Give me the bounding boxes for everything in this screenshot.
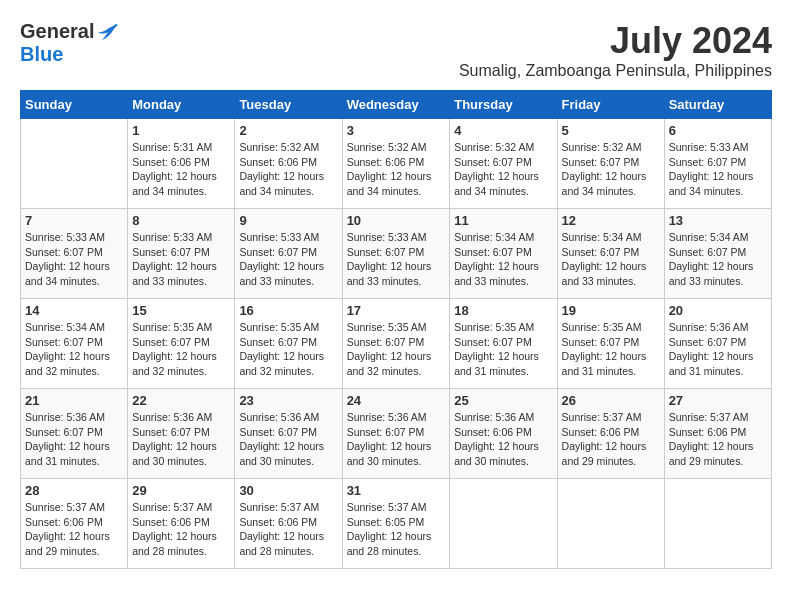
calendar-cell — [664, 479, 771, 569]
calendar-cell: 8Sunrise: 5:33 AM Sunset: 6:07 PM Daylig… — [128, 209, 235, 299]
day-info: Sunrise: 5:37 AM Sunset: 6:06 PM Dayligh… — [132, 500, 230, 559]
calendar-cell: 18Sunrise: 5:35 AM Sunset: 6:07 PM Dayli… — [450, 299, 557, 389]
day-info: Sunrise: 5:34 AM Sunset: 6:07 PM Dayligh… — [669, 230, 767, 289]
day-number: 24 — [347, 393, 446, 408]
week-row-5: 28Sunrise: 5:37 AM Sunset: 6:06 PM Dayli… — [21, 479, 772, 569]
logo: General Blue — [20, 20, 120, 66]
day-number: 22 — [132, 393, 230, 408]
logo-bird-icon — [96, 22, 120, 42]
day-header-tuesday: Tuesday — [235, 91, 342, 119]
day-info: Sunrise: 5:36 AM Sunset: 6:07 PM Dayligh… — [239, 410, 337, 469]
day-number: 5 — [562, 123, 660, 138]
calendar-cell: 25Sunrise: 5:36 AM Sunset: 6:06 PM Dayli… — [450, 389, 557, 479]
day-header-thursday: Thursday — [450, 91, 557, 119]
day-info: Sunrise: 5:37 AM Sunset: 6:06 PM Dayligh… — [25, 500, 123, 559]
day-number: 8 — [132, 213, 230, 228]
day-number: 14 — [25, 303, 123, 318]
calendar-cell: 27Sunrise: 5:37 AM Sunset: 6:06 PM Dayli… — [664, 389, 771, 479]
day-info: Sunrise: 5:35 AM Sunset: 6:07 PM Dayligh… — [562, 320, 660, 379]
day-info: Sunrise: 5:33 AM Sunset: 6:07 PM Dayligh… — [239, 230, 337, 289]
calendar-cell: 19Sunrise: 5:35 AM Sunset: 6:07 PM Dayli… — [557, 299, 664, 389]
day-info: Sunrise: 5:36 AM Sunset: 6:06 PM Dayligh… — [454, 410, 552, 469]
day-number: 16 — [239, 303, 337, 318]
calendar-cell: 6Sunrise: 5:33 AM Sunset: 6:07 PM Daylig… — [664, 119, 771, 209]
days-of-week-row: SundayMondayTuesdayWednesdayThursdayFrid… — [21, 91, 772, 119]
day-info: Sunrise: 5:36 AM Sunset: 6:07 PM Dayligh… — [669, 320, 767, 379]
calendar-cell: 26Sunrise: 5:37 AM Sunset: 6:06 PM Dayli… — [557, 389, 664, 479]
day-header-saturday: Saturday — [664, 91, 771, 119]
day-info: Sunrise: 5:32 AM Sunset: 6:06 PM Dayligh… — [347, 140, 446, 199]
day-info: Sunrise: 5:37 AM Sunset: 6:06 PM Dayligh… — [562, 410, 660, 469]
day-number: 21 — [25, 393, 123, 408]
calendar-cell: 20Sunrise: 5:36 AM Sunset: 6:07 PM Dayli… — [664, 299, 771, 389]
day-number: 17 — [347, 303, 446, 318]
calendar-cell: 4Sunrise: 5:32 AM Sunset: 6:07 PM Daylig… — [450, 119, 557, 209]
day-info: Sunrise: 5:32 AM Sunset: 6:06 PM Dayligh… — [239, 140, 337, 199]
calendar-cell: 28Sunrise: 5:37 AM Sunset: 6:06 PM Dayli… — [21, 479, 128, 569]
day-number: 4 — [454, 123, 552, 138]
calendar-body: 1Sunrise: 5:31 AM Sunset: 6:06 PM Daylig… — [21, 119, 772, 569]
header: General Blue July 2024 Sumalig, Zamboang… — [20, 20, 772, 80]
calendar-cell: 9Sunrise: 5:33 AM Sunset: 6:07 PM Daylig… — [235, 209, 342, 299]
day-info: Sunrise: 5:34 AM Sunset: 6:07 PM Dayligh… — [562, 230, 660, 289]
day-info: Sunrise: 5:36 AM Sunset: 6:07 PM Dayligh… — [132, 410, 230, 469]
day-number: 7 — [25, 213, 123, 228]
logo-blue: Blue — [20, 43, 63, 66]
day-header-monday: Monday — [128, 91, 235, 119]
week-row-2: 7Sunrise: 5:33 AM Sunset: 6:07 PM Daylig… — [21, 209, 772, 299]
day-info: Sunrise: 5:35 AM Sunset: 6:07 PM Dayligh… — [132, 320, 230, 379]
day-number: 2 — [239, 123, 337, 138]
calendar-cell: 17Sunrise: 5:35 AM Sunset: 6:07 PM Dayli… — [342, 299, 450, 389]
day-number: 6 — [669, 123, 767, 138]
day-number: 28 — [25, 483, 123, 498]
calendar-cell: 11Sunrise: 5:34 AM Sunset: 6:07 PM Dayli… — [450, 209, 557, 299]
day-number: 20 — [669, 303, 767, 318]
day-number: 23 — [239, 393, 337, 408]
calendar-cell: 2Sunrise: 5:32 AM Sunset: 6:06 PM Daylig… — [235, 119, 342, 209]
calendar-cell: 15Sunrise: 5:35 AM Sunset: 6:07 PM Dayli… — [128, 299, 235, 389]
week-row-4: 21Sunrise: 5:36 AM Sunset: 6:07 PM Dayli… — [21, 389, 772, 479]
calendar-cell — [450, 479, 557, 569]
day-info: Sunrise: 5:33 AM Sunset: 6:07 PM Dayligh… — [132, 230, 230, 289]
day-number: 25 — [454, 393, 552, 408]
day-header-friday: Friday — [557, 91, 664, 119]
calendar-header: SundayMondayTuesdayWednesdayThursdayFrid… — [21, 91, 772, 119]
calendar-cell: 31Sunrise: 5:37 AM Sunset: 6:05 PM Dayli… — [342, 479, 450, 569]
day-info: Sunrise: 5:34 AM Sunset: 6:07 PM Dayligh… — [25, 320, 123, 379]
day-info: Sunrise: 5:37 AM Sunset: 6:06 PM Dayligh… — [669, 410, 767, 469]
day-number: 10 — [347, 213, 446, 228]
day-info: Sunrise: 5:34 AM Sunset: 6:07 PM Dayligh… — [454, 230, 552, 289]
day-number: 27 — [669, 393, 767, 408]
day-info: Sunrise: 5:33 AM Sunset: 6:07 PM Dayligh… — [25, 230, 123, 289]
calendar-cell: 14Sunrise: 5:34 AM Sunset: 6:07 PM Dayli… — [21, 299, 128, 389]
day-info: Sunrise: 5:35 AM Sunset: 6:07 PM Dayligh… — [454, 320, 552, 379]
day-number: 3 — [347, 123, 446, 138]
location: Sumalig, Zamboanga Peninsula, Philippine… — [459, 62, 772, 80]
day-number: 31 — [347, 483, 446, 498]
month-year: July 2024 — [459, 20, 772, 62]
week-row-1: 1Sunrise: 5:31 AM Sunset: 6:06 PM Daylig… — [21, 119, 772, 209]
calendar-cell: 22Sunrise: 5:36 AM Sunset: 6:07 PM Dayli… — [128, 389, 235, 479]
day-number: 15 — [132, 303, 230, 318]
calendar-cell: 30Sunrise: 5:37 AM Sunset: 6:06 PM Dayli… — [235, 479, 342, 569]
day-info: Sunrise: 5:36 AM Sunset: 6:07 PM Dayligh… — [347, 410, 446, 469]
day-info: Sunrise: 5:33 AM Sunset: 6:07 PM Dayligh… — [669, 140, 767, 199]
calendar-cell: 29Sunrise: 5:37 AM Sunset: 6:06 PM Dayli… — [128, 479, 235, 569]
day-number: 26 — [562, 393, 660, 408]
calendar-cell: 5Sunrise: 5:32 AM Sunset: 6:07 PM Daylig… — [557, 119, 664, 209]
calendar-cell: 13Sunrise: 5:34 AM Sunset: 6:07 PM Dayli… — [664, 209, 771, 299]
week-row-3: 14Sunrise: 5:34 AM Sunset: 6:07 PM Dayli… — [21, 299, 772, 389]
day-header-wednesday: Wednesday — [342, 91, 450, 119]
day-number: 11 — [454, 213, 552, 228]
day-header-sunday: Sunday — [21, 91, 128, 119]
calendar-cell: 7Sunrise: 5:33 AM Sunset: 6:07 PM Daylig… — [21, 209, 128, 299]
calendar-cell: 3Sunrise: 5:32 AM Sunset: 6:06 PM Daylig… — [342, 119, 450, 209]
day-number: 19 — [562, 303, 660, 318]
calendar-table: SundayMondayTuesdayWednesdayThursdayFrid… — [20, 90, 772, 569]
day-info: Sunrise: 5:31 AM Sunset: 6:06 PM Dayligh… — [132, 140, 230, 199]
day-info: Sunrise: 5:33 AM Sunset: 6:07 PM Dayligh… — [347, 230, 446, 289]
calendar-cell — [21, 119, 128, 209]
calendar-cell: 12Sunrise: 5:34 AM Sunset: 6:07 PM Dayli… — [557, 209, 664, 299]
calendar-cell: 24Sunrise: 5:36 AM Sunset: 6:07 PM Dayli… — [342, 389, 450, 479]
title-area: July 2024 Sumalig, Zamboanga Peninsula, … — [459, 20, 772, 80]
